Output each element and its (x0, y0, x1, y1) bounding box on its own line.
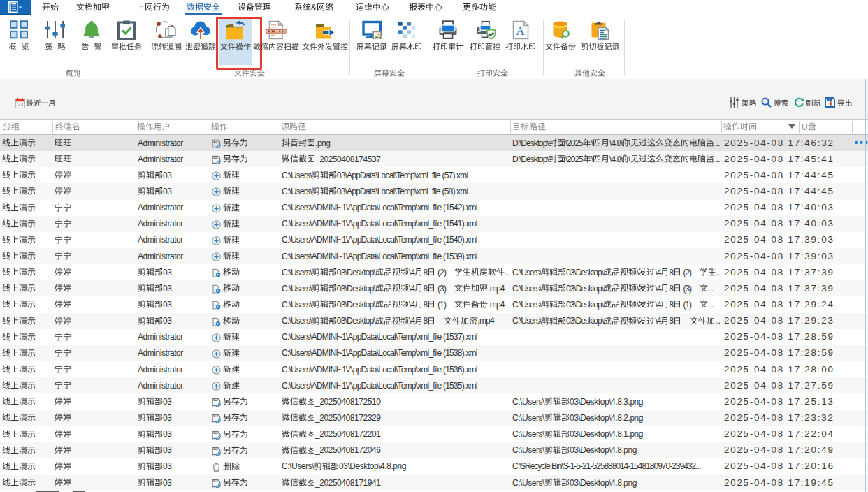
svg-text:23: 23 (17, 101, 23, 108)
svg-text:A: A (516, 24, 525, 38)
